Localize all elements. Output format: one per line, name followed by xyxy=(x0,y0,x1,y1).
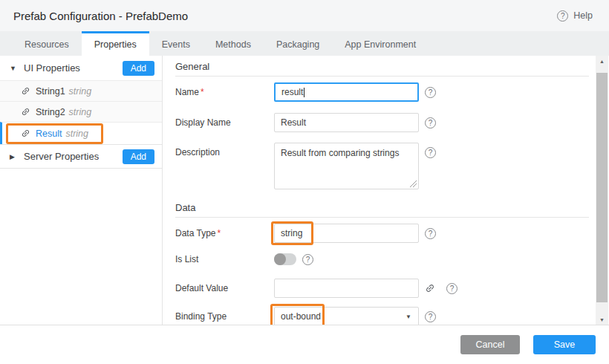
general-section-heading: General xyxy=(175,59,589,77)
is-list-label: Is List xyxy=(175,254,274,264)
sidebar-item-result[interactable]: Result string xyxy=(0,122,162,144)
display-name-row: Display Name ? xyxy=(175,113,589,132)
display-name-help-icon[interactable]: ? xyxy=(425,117,436,129)
description-help-icon[interactable]: ? xyxy=(425,147,436,158)
page-title: Prefab Configuration - PrefabDemo xyxy=(13,10,188,22)
link-icon xyxy=(21,86,30,96)
tab-properties[interactable]: Properties xyxy=(82,31,149,56)
ui-properties-label: UI Properties xyxy=(24,62,80,74)
binding-type-label: Binding Type xyxy=(175,311,274,322)
toggle-knob xyxy=(274,253,286,265)
tab-methods[interactable]: Methods xyxy=(203,31,264,56)
help-circle-icon: ? xyxy=(557,10,568,22)
binding-type-value: out-bound xyxy=(281,311,321,322)
title-bar: Prefab Configuration - PrefabDemo ? Help xyxy=(0,0,609,31)
default-value-help-icon[interactable]: ? xyxy=(446,283,457,294)
chevron-down-icon: ▼ xyxy=(10,65,17,72)
link-icon xyxy=(21,107,30,117)
binding-type-help-icon[interactable]: ? xyxy=(425,311,436,322)
text-caret xyxy=(304,88,304,97)
name-label: Name* xyxy=(175,87,274,97)
dialog-footer: Cancel Save xyxy=(0,325,609,364)
is-list-help-icon[interactable]: ? xyxy=(302,254,313,265)
prefab-configuration-dialog: Prefab Configuration - PrefabDemo ? Help… xyxy=(0,0,609,364)
add-server-property-button[interactable]: Add xyxy=(123,149,154,164)
default-value-input[interactable] xyxy=(274,279,419,298)
data-type-input[interactable] xyxy=(274,224,419,243)
binding-type-select[interactable]: out-bound ▼ xyxy=(274,307,419,325)
sidebar-item-string1[interactable]: String1 string xyxy=(0,80,162,101)
tab-events[interactable]: Events xyxy=(149,31,203,56)
add-ui-property-button[interactable]: Add xyxy=(123,61,154,76)
bind-link-icon[interactable] xyxy=(425,283,435,293)
scroll-up-icon[interactable]: ▲ xyxy=(596,56,608,66)
ui-properties-header[interactable]: ▼ UI Properties Add xyxy=(0,56,162,80)
server-properties-label: Server Properties xyxy=(24,151,99,162)
tab-resources[interactable]: Resources xyxy=(12,31,82,56)
data-type-help-icon[interactable]: ? xyxy=(425,228,436,239)
property-name: String2 xyxy=(36,107,65,117)
help-link[interactable]: ? Help xyxy=(557,10,593,22)
name-help-icon[interactable]: ? xyxy=(425,87,436,98)
save-button[interactable]: Save xyxy=(533,335,596,354)
chevron-right-icon: ▶ xyxy=(10,153,17,160)
is-list-row: Is List ? xyxy=(175,253,589,265)
sidebar-item-string2[interactable]: String2 string xyxy=(0,101,162,122)
property-type: string xyxy=(69,86,92,97)
tab-packaging[interactable]: Packaging xyxy=(264,31,332,56)
properties-sidebar: ▼ UI Properties Add String1 string Strin… xyxy=(0,56,163,325)
help-label: Help xyxy=(573,10,593,21)
property-name: Result xyxy=(36,129,62,139)
required-asterisk: * xyxy=(217,228,221,238)
property-form: General Name* result ? Display Name ? xyxy=(163,56,609,325)
property-type: string xyxy=(69,107,92,117)
is-list-toggle[interactable] xyxy=(274,253,296,265)
vertical-scrollbar[interactable]: ▲ ▼ xyxy=(596,56,608,325)
scrollbar-thumb[interactable] xyxy=(596,73,608,302)
required-asterisk: * xyxy=(201,87,204,97)
name-row: Name* result ? xyxy=(175,82,589,102)
tab-bar: Resources Properties Events Methods Pack… xyxy=(0,31,609,56)
data-type-row: Data Type* ? xyxy=(175,224,589,243)
data-type-label: Data Type* xyxy=(175,228,274,238)
scroll-down-icon[interactable]: ▼ xyxy=(596,314,608,325)
default-value-row: Default Value ? xyxy=(175,279,589,298)
display-name-label: Display Name xyxy=(175,117,274,128)
default-value-label: Default Value xyxy=(175,283,274,293)
description-textarea[interactable]: Result from comparing strings xyxy=(274,143,419,189)
property-type: string xyxy=(65,129,88,139)
tab-app-environment[interactable]: App Environment xyxy=(332,31,429,56)
server-properties-header[interactable]: ▶ Server Properties Add xyxy=(0,144,162,169)
link-icon xyxy=(21,129,30,138)
display-name-input[interactable] xyxy=(274,113,419,132)
data-section-heading: Data xyxy=(175,200,589,218)
binding-type-row: Binding Type out-bound ▼ ? xyxy=(175,307,589,325)
dropdown-arrow-icon: ▼ xyxy=(406,313,411,320)
description-label: Description xyxy=(175,143,274,157)
name-input[interactable]: result xyxy=(274,82,419,102)
dialog-body: ▼ UI Properties Add String1 string Strin… xyxy=(0,56,609,325)
cancel-button[interactable]: Cancel xyxy=(460,335,520,354)
property-name: String1 xyxy=(36,86,65,97)
description-row: Description Result from comparing string… xyxy=(175,143,589,189)
